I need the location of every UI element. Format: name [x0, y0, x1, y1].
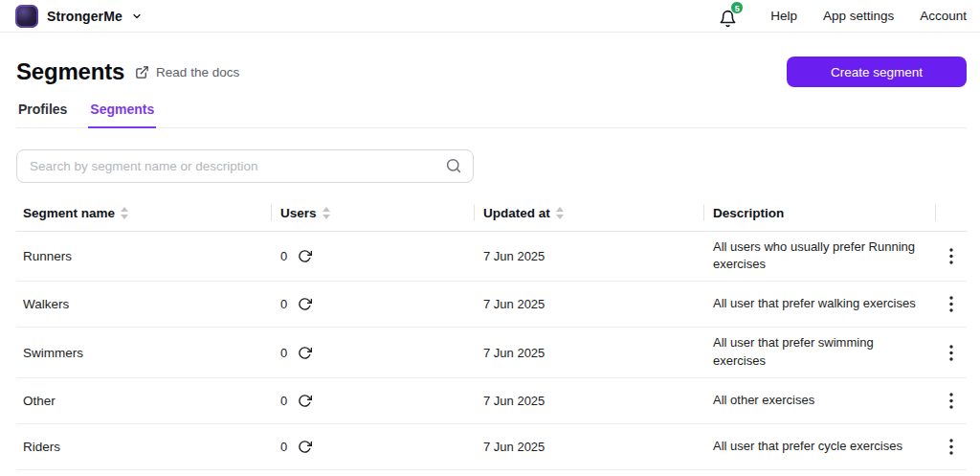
kebab-menu-icon: [949, 296, 953, 312]
sort-icon: [323, 207, 330, 219]
actions-cell: [935, 341, 967, 364]
users-cell: 0: [271, 438, 474, 455]
table-row: Riders 0 7 Jun 2025 All user that prefer…: [16, 424, 967, 470]
users-cell: 0: [271, 392, 474, 409]
segments-table: Segment name Users Updated at Descriptio…: [16, 195, 967, 470]
description-cell: All other exercises: [703, 392, 925, 410]
app-logo: [15, 5, 38, 28]
docs-link[interactable]: Read the docs: [135, 65, 239, 79]
top-nav: 5 Help App settings Account: [716, 5, 967, 28]
docs-link-label: Read the docs: [156, 65, 239, 79]
description-cell: All user that prefer walking exercises: [703, 295, 925, 313]
refresh-users-button[interactable]: [296, 296, 313, 313]
column-header-segment-name[interactable]: Segment name: [16, 195, 271, 231]
refresh-icon: [298, 440, 312, 454]
kebab-menu-icon: [949, 393, 953, 409]
tab-segments[interactable]: Segments: [88, 102, 156, 128]
top-bar: StrongerMe 5 Help App settings Account: [0, 0, 980, 33]
notifications-button[interactable]: 5: [716, 5, 739, 28]
row-menu-button[interactable]: [940, 435, 963, 458]
column-header-users[interactable]: Users: [271, 195, 474, 231]
refresh-icon: [298, 297, 312, 311]
users-cell: 0: [271, 247, 474, 264]
segment-name-cell: Riders: [16, 440, 271, 454]
column-header-actions: [935, 195, 967, 231]
refresh-users-button[interactable]: [296, 247, 313, 264]
description-cell: All user that prefer swimming exercises: [703, 334, 925, 371]
table-row: Walkers 0 7 Jun 2025 All user that prefe…: [16, 282, 967, 328]
refresh-icon: [298, 394, 312, 408]
segment-name-cell: Runners: [16, 249, 271, 263]
tab-profiles[interactable]: Profiles: [16, 102, 69, 128]
description-cell: All users who usually prefer Running exe…: [703, 238, 925, 275]
table-body: Runners 0 7 Jun 2025 All users who usual…: [16, 232, 967, 470]
refresh-users-button[interactable]: [296, 392, 313, 409]
kebab-menu-icon: [949, 345, 953, 361]
nav-app-settings[interactable]: App settings: [823, 9, 894, 23]
app-name: StrongerMe: [47, 9, 122, 24]
nav-help[interactable]: Help: [770, 9, 797, 23]
segments-page: StrongerMe 5 Help App settings Account S…: [0, 0, 980, 476]
column-header-updated-at[interactable]: Updated at: [474, 195, 703, 231]
create-segment-button[interactable]: Create segment: [787, 57, 967, 87]
nav-account[interactable]: Account: [920, 9, 967, 23]
updated-at-cell: 7 Jun 2025: [474, 346, 703, 360]
users-count: 0: [280, 346, 287, 360]
actions-cell: [935, 389, 967, 412]
description-cell: All user that prefer cycle exercises: [703, 438, 925, 456]
chevron-down-icon: [131, 11, 143, 22]
updated-at-cell: 7 Jun 2025: [474, 249, 703, 263]
external-link-icon: [135, 65, 149, 79]
tab-bar: Profiles Segments: [16, 102, 967, 128]
notification-badge: 5: [730, 1, 744, 14]
actions-cell: [935, 244, 967, 267]
refresh-icon: [298, 249, 312, 263]
row-menu-button[interactable]: [940, 341, 963, 364]
actions-cell: [935, 435, 967, 458]
sort-icon: [556, 207, 564, 219]
row-menu-button[interactable]: [940, 389, 963, 412]
workspace-switcher[interactable]: StrongerMe: [15, 5, 143, 28]
users-cell: 0: [271, 344, 474, 361]
page-header: Segments Read the docs Create segment: [16, 57, 967, 87]
sort-icon: [121, 207, 128, 219]
kebab-menu-icon: [949, 439, 953, 455]
users-count: 0: [280, 249, 287, 263]
row-menu-button[interactable]: [940, 293, 963, 316]
users-count: 0: [280, 440, 287, 454]
refresh-icon: [298, 346, 312, 360]
segment-search: [16, 149, 474, 183]
search-icon: [445, 157, 462, 174]
updated-at-cell: 7 Jun 2025: [474, 297, 703, 311]
segment-name-cell: Walkers: [16, 297, 271, 311]
table-header: Segment name Users Updated at Descriptio…: [16, 195, 967, 232]
segment-name-cell: Swimmers: [16, 346, 271, 360]
actions-cell: [935, 293, 967, 316]
column-header-description: Description: [703, 195, 935, 231]
table-row: Runners 0 7 Jun 2025 All users who usual…: [16, 232, 967, 283]
kebab-menu-icon: [949, 248, 953, 264]
table-row: Other 0 7 Jun 2025 All other exercises: [16, 378, 967, 424]
users-count: 0: [280, 394, 287, 408]
table-row: Swimmers 0 7 Jun 2025 All user that pref…: [16, 328, 967, 378]
segment-name-cell: Other: [16, 394, 271, 408]
updated-at-cell: 7 Jun 2025: [474, 440, 703, 454]
refresh-users-button[interactable]: [296, 344, 313, 361]
users-cell: 0: [271, 296, 474, 313]
refresh-users-button[interactable]: [296, 438, 313, 455]
page-title: Segments: [16, 58, 124, 85]
users-count: 0: [280, 297, 287, 311]
row-menu-button[interactable]: [940, 244, 963, 267]
search-input[interactable]: [16, 149, 474, 183]
updated-at-cell: 7 Jun 2025: [474, 394, 703, 408]
